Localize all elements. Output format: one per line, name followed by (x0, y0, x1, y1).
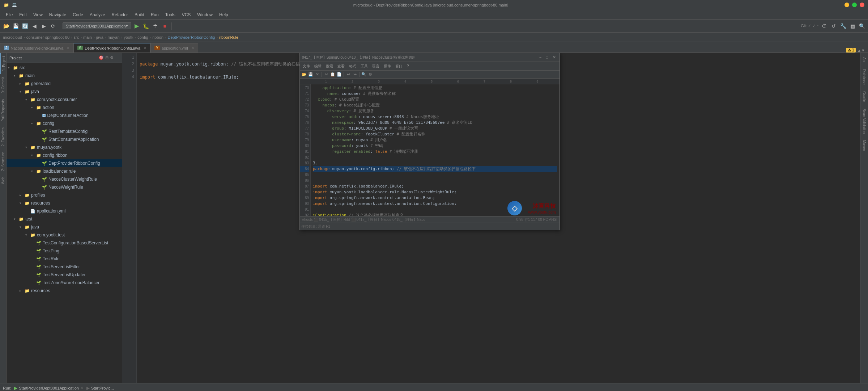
tree-item-config-ribbon[interactable]: ▾ 📁 config.ribbon (7, 151, 122, 159)
run-config-1[interactable]: ▶ StartProviderDept8001Application ✕ (14, 386, 84, 391)
panel-tab-web[interactable]: Web (0, 174, 6, 187)
stop-btn[interactable]: ■ (161, 22, 169, 30)
float-tb-save[interactable]: 💾 (308, 72, 314, 77)
gear-icon[interactable]: ⚙ (110, 55, 114, 60)
bc-main[interactable]: main (83, 35, 92, 39)
bc-microcloud[interactable]: microcloud (3, 35, 22, 39)
search-btn[interactable]: 🔍 (858, 22, 866, 30)
panel-tab-pull[interactable]: Pull Requests (0, 96, 6, 125)
tree-item-com-yootk[interactable]: ▾ 📁 com.yootk.consumer (7, 96, 122, 104)
bc-ribbon[interactable]: ribbon (152, 35, 163, 39)
bc-src[interactable]: src (74, 35, 79, 39)
menu-code[interactable]: Code (70, 11, 86, 18)
menu-view[interactable]: View (30, 11, 46, 18)
bc-yootk[interactable]: yootk (124, 35, 133, 39)
right-tab-database[interactable]: Database (861, 66, 867, 88)
menu-file[interactable]: File (3, 11, 16, 18)
tab-nacoscluster[interactable]: J NacosClusterWeightRule.java ✕ (0, 43, 73, 52)
bc-ribbonrule[interactable]: ribbonRule (219, 35, 238, 39)
tree-item-testping[interactable]: ▸ 🌱 TestPing (7, 247, 122, 255)
history-btn[interactable]: ↺ (830, 22, 838, 30)
float-tab-file[interactable]: 文件 (301, 64, 311, 69)
tree-item-java[interactable]: ▾ 📁 java (7, 88, 122, 96)
float-tab-search[interactable]: 搜索 (324, 64, 335, 69)
bc-muyan[interactable]: muyan (107, 35, 119, 39)
tree-item-testserverlistfilter[interactable]: ▸ 🌱 TestServerListFilter (7, 263, 122, 271)
run-config-selector[interactable]: StartProviderDept8001Application ▾ (63, 22, 131, 29)
maximize-btn[interactable] (852, 3, 857, 7)
nav-btn[interactable]: ⟳ (49, 22, 57, 30)
float-tab-edit[interactable]: 编辑 (313, 64, 323, 69)
tree-item-config[interactable]: ▾ 📁 config (7, 119, 122, 127)
tree-item-testzone[interactable]: ▸ 🌱 TestZoneAwareLoadBalancer (7, 279, 122, 287)
tree-item-application-yml[interactable]: ▸ 📄 application.yml (7, 207, 122, 215)
close-btn[interactable] (860, 3, 864, 7)
tree-item-nacosweight[interactable]: ▸ 🌱 NacosWeightRule (7, 183, 122, 191)
hide-icon[interactable]: — (115, 55, 119, 60)
tree-item-loadbalancer[interactable]: ▾ 📁 loadbalancer.rule (7, 167, 122, 175)
tree-item-generated[interactable]: ▸ 📁 generated (7, 80, 122, 88)
tree-item-deptproviderribbon[interactable]: ▸ 🌱 DeptProviderRibbonConfig (7, 159, 122, 167)
tree-item-testrule[interactable]: ▸ 🌱 TestRule (7, 255, 122, 263)
locate-icon[interactable]: 🎯 (99, 55, 104, 60)
menu-window[interactable]: Window (194, 11, 216, 18)
tree-item-muyan[interactable]: ▾ 📁 muyan.yootk (7, 143, 122, 151)
minimize-btn[interactable] (844, 3, 849, 7)
bc-config[interactable]: config (137, 35, 148, 39)
tab-application[interactable]: Y application.yml ✕ (150, 43, 198, 52)
menu-navigate[interactable]: Navigate (46, 11, 69, 18)
float-tb-open[interactable]: 📂 (301, 72, 307, 77)
menu-analyze[interactable]: Analyze (87, 11, 108, 18)
float-title-bar[interactable]: 0417_【理解】SpringCloud-0418_【理解】NacosClust… (300, 53, 559, 62)
float-tab-view[interactable]: 查看 (336, 64, 346, 69)
tree-item-nacoscluster[interactable]: ▸ 🌱 NacosClusterWeightRule (7, 175, 122, 183)
menu-build[interactable]: Build (132, 11, 147, 18)
panel-tab-project[interactable]: 1: Project (0, 53, 6, 74)
open-folder-btn[interactable]: 📂 (2, 22, 10, 30)
tree-item-startconsumer[interactable]: ▸ 🌱 StartConsumerApplication (7, 135, 122, 143)
float-tab-window[interactable]: 窗口 (394, 64, 404, 69)
right-tab-beanvalidation[interactable]: Bean Validation (861, 106, 867, 136)
float-tb-paste[interactable]: 📄 (336, 72, 342, 77)
collapse-icon[interactable]: ⊟ (105, 55, 109, 60)
menu-tools[interactable]: Tools (162, 11, 178, 18)
tree-item-action[interactable]: ▾ 📁 action (7, 104, 122, 112)
float-tb-cut[interactable]: ✂ (323, 72, 329, 77)
bc-consumer[interactable]: consumer-springboot-80 (26, 35, 69, 39)
float-tb-copy[interactable]: 📋 (330, 72, 336, 77)
tab-close-1[interactable]: ✕ (67, 46, 69, 50)
float-tab-lang[interactable]: 语言 (371, 64, 381, 69)
back-btn[interactable]: ◀ (30, 22, 38, 30)
right-tab-gradle[interactable]: Gradle (861, 88, 867, 105)
tree-item-profiles[interactable]: ▸ 📁 profiles (7, 191, 122, 199)
menu-vcs[interactable]: VCS (179, 11, 194, 18)
tree-item-testconfig[interactable]: ▸ 🌱 TestConfigurationBasedServerList (7, 239, 122, 247)
right-tab-ant[interactable]: Ant (861, 54, 867, 66)
warning-badge[interactable]: ⚠ 1 (846, 48, 856, 52)
nav-down-btn[interactable]: ▼ (861, 48, 865, 52)
float-tab-tools[interactable]: 工具 (359, 64, 369, 69)
sync-btn[interactable]: 🔄 (21, 22, 29, 30)
float-tab-help[interactable]: ? (405, 64, 410, 68)
panel-tab-structure[interactable]: Z: Structure (0, 149, 6, 174)
forward-btn[interactable]: ▶ (40, 22, 48, 30)
tree-item-resttemplateconfig[interactable]: ▸ 🌱 RestTemplateConfig (7, 127, 122, 135)
panel-tab-commit[interactable]: 0: Commit (0, 74, 6, 96)
float-tb-search-text[interactable]: 🔍 (361, 72, 367, 77)
tree-item-main[interactable]: ▾ 📁 main (7, 72, 122, 80)
bc-java[interactable]: java (96, 35, 103, 39)
menu-help[interactable]: Help (216, 11, 231, 18)
menu-run[interactable]: Run (148, 11, 162, 18)
tab-close-3[interactable]: ✕ (191, 46, 194, 50)
float-code-content[interactable]: application: # 配置应用信息 name: consumer # 是… (311, 84, 559, 216)
timer-btn[interactable]: ⏱ (820, 22, 828, 30)
tree-item-deptconsumeraction[interactable]: ▸ C DeptConsumerAction (7, 112, 122, 119)
coverage-btn[interactable]: ☂ (152, 22, 159, 30)
run-config-close-1[interactable]: ✕ (80, 386, 84, 390)
layout-btn[interactable]: ▦ (848, 22, 856, 30)
tree-item-test-java[interactable]: ▾ 📁 java (7, 223, 122, 231)
float-tab-format[interactable]: 格式 (348, 64, 358, 69)
float-min-btn[interactable]: − (538, 55, 543, 60)
float-tb-redo[interactable]: ↪ (352, 72, 358, 77)
float-restore-btn[interactable]: □ (544, 55, 550, 60)
